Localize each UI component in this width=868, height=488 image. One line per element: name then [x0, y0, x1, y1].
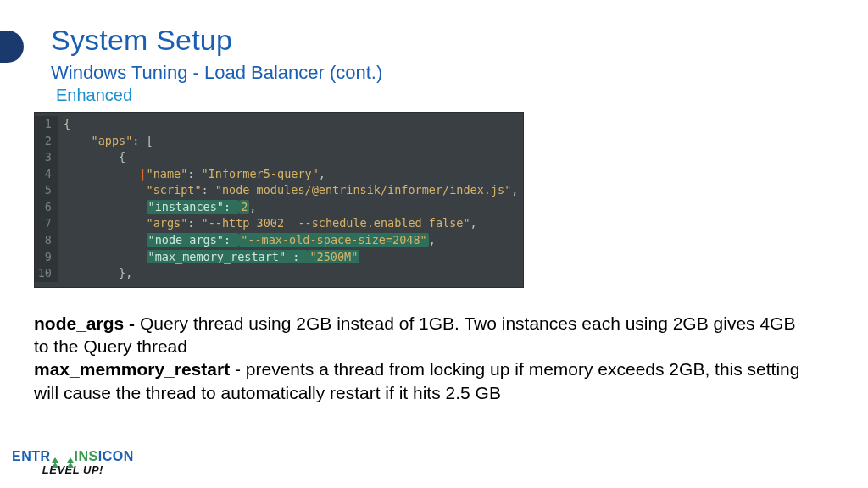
- code-content: |"name": "Informer5-query",: [58, 166, 523, 183]
- code-content: "apps": [: [58, 133, 523, 150]
- code-value-highlighted: 2: [239, 200, 249, 214]
- code-key-highlighted: "max_memory_restart" :: [147, 250, 309, 263]
- code-key: "name": [147, 167, 188, 180]
- code-line: 10 },: [35, 265, 523, 282]
- code-line: 3 {: [35, 149, 523, 166]
- code-content: "node_args": "--max-old-space-size=2048"…: [58, 232, 523, 249]
- logo-chevrons-icon: [52, 458, 74, 463]
- code-content: {: [58, 149, 523, 166]
- line-number: 3: [35, 149, 58, 166]
- code-token: {: [64, 117, 70, 130]
- slide-tag: Enhanced: [56, 86, 834, 105]
- code-token: ,: [470, 216, 477, 230]
- code-token: {: [119, 150, 125, 164]
- accent-tab: [0, 30, 24, 63]
- slide-subtitle: Windows Tuning - Load Balancer (cont.): [51, 62, 834, 84]
- logo-part2: INS: [75, 449, 98, 464]
- line-number: 2: [35, 133, 58, 150]
- code-key: "apps": [92, 134, 133, 147]
- code-value: "node_modules/@entrinsik/informer/index.…: [215, 183, 512, 197]
- code-token: :: [187, 216, 201, 230]
- logo-part3: ICON: [98, 449, 134, 464]
- term-node-args: node_args -: [34, 313, 140, 333]
- logo-wordmark: ENTR INS ICON: [12, 449, 134, 464]
- code-value-highlighted: "2500M": [308, 250, 359, 263]
- line-number: 9: [35, 249, 58, 266]
- slide-title: System Setup: [51, 24, 834, 57]
- code-value: "Informer5-query": [202, 167, 319, 180]
- body-text: node_args - Query thread using 2GB inste…: [34, 312, 800, 404]
- code-content: },: [58, 265, 523, 282]
- code-line: 5 "script": "node_modules/@entrinsik/inf…: [35, 182, 523, 199]
- code-key: "script": [147, 183, 202, 197]
- paragraph-max-memory: max_memmory_restart - prevents a thread …: [34, 358, 800, 404]
- chevron-up-icon: [67, 458, 74, 463]
- line-number: 7: [35, 215, 58, 232]
- code-token: ,: [429, 233, 436, 247]
- code-content: "script": "node_modules/@entrinsik/infor…: [58, 182, 523, 199]
- line-number: 1: [35, 116, 58, 133]
- code-value-highlighted: "--max-old-space-size=2048": [239, 233, 428, 247]
- line-number: 8: [35, 232, 58, 249]
- code-value: "--http 3002 --schedule.enabled false": [202, 216, 470, 230]
- code-token: ,: [249, 200, 256, 214]
- code-block: 1{2 "apps": [3 {4 |"name": "Informer5-qu…: [34, 112, 524, 288]
- line-number: 4: [35, 166, 58, 183]
- code-token: ,: [319, 167, 326, 180]
- code-line: 4 |"name": "Informer5-query",: [35, 166, 523, 183]
- code-key-highlighted: "instances":: [147, 200, 240, 214]
- chevron-up-icon: [52, 458, 58, 463]
- code-line: 9 "max_memory_restart" : "2500M": [35, 249, 523, 266]
- code-line: 7 "args": "--http 3002 --schedule.enable…: [35, 215, 523, 232]
- code-line: 8 "node_args": "--max-old-space-size=204…: [35, 232, 523, 249]
- code-line: 1{: [35, 116, 523, 133]
- code-token: :: [202, 183, 215, 197]
- line-number: 5: [35, 182, 58, 199]
- code-content: "instances": 2,: [58, 199, 523, 216]
- code-line: 6 "instances": 2,: [35, 199, 523, 216]
- logo: ENTR INS ICON LEVEL UP!: [12, 449, 134, 476]
- desc-node-args: Query thread using 2GB instead of 1GB. T…: [34, 313, 795, 356]
- code-key: "args": [147, 216, 188, 230]
- cursor-icon: |: [139, 167, 146, 180]
- code-token: : [: [132, 134, 153, 147]
- paragraph-node-args: node_args - Query thread using 2GB inste…: [34, 312, 800, 358]
- term-max-memory: max_memmory_restart: [34, 359, 230, 379]
- code-token: },: [119, 266, 132, 280]
- line-number: 10: [35, 265, 58, 282]
- code-token: ,: [511, 183, 518, 197]
- code-key-highlighted: "node_args":: [147, 233, 240, 247]
- logo-part1: ENTR: [12, 449, 51, 464]
- code-content: "args": "--http 3002 --schedule.enabled …: [58, 215, 523, 232]
- code-content: {: [58, 116, 523, 133]
- code-line: 2 "apps": [: [35, 133, 523, 150]
- slide: System Setup Windows Tuning - Load Balan…: [0, 0, 868, 488]
- line-number: 6: [35, 199, 58, 216]
- code-content: "max_memory_restart" : "2500M": [58, 249, 523, 266]
- code-token: :: [187, 167, 201, 180]
